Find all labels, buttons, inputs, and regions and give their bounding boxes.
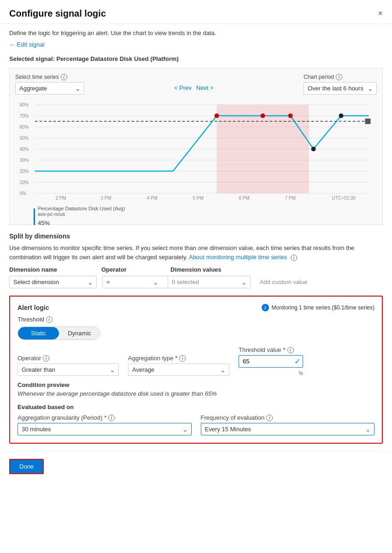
threshold-section: Threshold i Static Dynamic [18, 316, 374, 340]
operator-form-select[interactable]: Greater than [18, 363, 119, 376]
svg-text:UTC+01:00: UTC+01:00 [332, 196, 356, 201]
svg-text:5 PM: 5 PM [193, 196, 204, 201]
edit-signal-anchor[interactable]: ← Edit signal [9, 41, 45, 48]
form-row-operator: Operator i Greater than Aggregation type… [18, 346, 374, 376]
monitoring-info-icon: i [291, 255, 297, 261]
legend-value: 45% [38, 218, 125, 227]
monitoring-info-text: Monitoring 1 time series ($0.1/time seri… [272, 304, 374, 311]
condition-preview: Condition preview Whenever the average p… [18, 381, 374, 397]
dimension-name-select[interactable]: Select dimension [9, 276, 97, 288]
dimension-values-select-wrapper[interactable]: 0 selected [168, 276, 251, 288]
alert-logic-title: Alert logic [18, 304, 49, 311]
svg-text:4 PM: 4 PM [147, 196, 158, 201]
chart-navigation: < Prev Next > [174, 84, 214, 91]
svg-text:50%: 50% [20, 136, 29, 141]
condition-preview-title: Condition preview [18, 381, 374, 388]
time-series-group: Select time series i Aggregate [15, 74, 84, 95]
dialog-header: Configure signal logic × [0, 0, 392, 24]
aggregation-type-group: Aggregation type * i Average [128, 355, 229, 376]
next-button[interactable]: Next > [196, 84, 214, 91]
svg-text:40%: 40% [20, 147, 29, 152]
description-text: Define the logic for triggering an alert… [0, 24, 392, 39]
threshold-info-icon: i [46, 316, 53, 323]
data-point [311, 147, 316, 151]
time-series-select[interactable]: Aggregate [15, 82, 84, 95]
alert-logic-box: Alert logic i Monitoring 1 time series (… [9, 296, 383, 444]
frequency-label: Frequency of evaluation i [201, 414, 375, 421]
threshold-value-input[interactable] [239, 355, 303, 368]
svg-text:2 PM: 2 PM [56, 196, 66, 201]
frequency-select-wrapper[interactable]: Every 15 Minutes [201, 423, 375, 435]
monitoring-info: i Monitoring 1 time series ($0.1/time se… [262, 304, 374, 311]
time-series-info-icon: i [61, 74, 67, 80]
threshold-input-wrapper: ✓ [239, 355, 303, 368]
add-custom-value-label: Add custom value [260, 279, 307, 285]
data-point [339, 113, 344, 118]
chart-period-label: Chart period i [304, 74, 377, 80]
dim-col-name: Dimension name [9, 266, 101, 273]
operator-group: Operator i Greater than [18, 355, 119, 376]
svg-text:3 PM: 3 PM [101, 196, 111, 201]
aggregation-type-select[interactable]: Average [128, 363, 229, 376]
svg-text:20%: 20% [20, 169, 29, 174]
operator-label: Operator i [18, 355, 119, 362]
threshold-checkmark-icon: ✓ [294, 357, 300, 366]
footer: Done [0, 451, 392, 482]
prev-button[interactable]: < Prev [174, 84, 192, 91]
split-dimensions-section: Split by dimensions Use dimensions to mo… [0, 225, 392, 296]
monitoring-info-icon: i [262, 304, 269, 311]
operator-select[interactable]: = [102, 276, 171, 288]
threshold-end-marker [365, 119, 371, 124]
dimension-row: Select dimension = 0 selected Add custom… [9, 276, 383, 288]
legend-sub: avs-pc-ncus [38, 211, 125, 217]
legend-color-bar [34, 208, 35, 225]
operator-form-select-wrapper[interactable]: Greater than [18, 363, 119, 376]
threshold-value-info-icon: i [287, 347, 294, 353]
aggregation-granularity-select-wrapper[interactable]: 30 minutes [18, 423, 192, 435]
condition-preview-text: Whenever the average percentage datastor… [18, 390, 374, 397]
time-series-select-wrapper[interactable]: Aggregate [15, 82, 84, 95]
operator-select-wrapper[interactable]: = [102, 276, 162, 288]
threshold-unit-label: % [239, 370, 303, 376]
dim-col-operator: Operator [101, 266, 170, 273]
selected-signal-label: Selected signal: Percentage Datastore Di… [0, 52, 392, 68]
svg-text:60%: 60% [20, 125, 29, 130]
aggregation-granularity-info-icon: i [108, 415, 115, 421]
dimension-name-select-wrapper[interactable]: Select dimension [9, 276, 97, 288]
static-toggle[interactable]: Static [18, 327, 59, 339]
dimension-values-select[interactable]: 0 selected [168, 276, 251, 288]
frequency-select[interactable]: Every 15 Minutes [201, 423, 375, 435]
chart-period-select[interactable]: Over the last 6 hours [304, 82, 377, 95]
svg-text:0%: 0% [20, 191, 27, 196]
edit-signal-link[interactable]: ← Edit signal [0, 39, 392, 52]
dynamic-toggle[interactable]: Dynamic [59, 327, 100, 339]
legend-unit: % [44, 220, 50, 226]
dim-col-values: Dimension values [170, 266, 263, 273]
split-dimensions-title: Split by dimensions [9, 232, 383, 240]
chart-line [35, 116, 369, 171]
aggregation-granularity-group: Aggregation granularity (Period) * i 30 … [18, 414, 192, 435]
chart-section: Select time series i Aggregate < Prev Ne… [9, 68, 383, 225]
aggregation-type-select-wrapper[interactable]: Average [128, 363, 229, 376]
svg-text:10%: 10% [20, 180, 29, 185]
done-button[interactable]: Done [9, 459, 44, 474]
data-point [215, 113, 219, 118]
eval-row: Aggregation granularity (Period) * i 30 … [18, 414, 374, 435]
frequency-group: Frequency of evaluation i Every 15 Minut… [201, 414, 375, 435]
alert-logic-header: Alert logic i Monitoring 1 time series (… [18, 304, 374, 311]
svg-text:70%: 70% [20, 113, 29, 119]
aggregation-granularity-select[interactable]: 30 minutes [18, 423, 192, 435]
svg-text:80%: 80% [20, 102, 29, 107]
close-button[interactable]: × [378, 9, 383, 18]
evaluated-section: Evaluated based on Aggregation granulari… [18, 404, 374, 435]
legend-name: Percentage Datastore Disk Used (Avg) [38, 206, 125, 211]
aggregation-type-label: Aggregation type * i [128, 355, 229, 362]
svg-text:6 PM: 6 PM [239, 196, 250, 201]
chart-period-info-icon: i [336, 74, 342, 80]
time-series-label: Select time series i [15, 74, 84, 80]
aggregation-granularity-label: Aggregation granularity (Period) * i [18, 414, 192, 421]
data-point [261, 113, 265, 118]
chart-period-select-wrapper[interactable]: Over the last 6 hours [304, 82, 377, 95]
svg-text:7 PM: 7 PM [285, 196, 296, 201]
monitoring-link[interactable]: About monitoring multiple time series [189, 254, 287, 261]
